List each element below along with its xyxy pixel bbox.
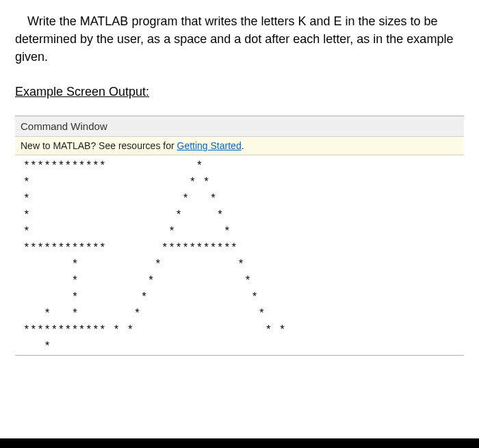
banner-suffix: . (242, 140, 244, 151)
ascii-art-output: ************ * * * * * * * * * * * * * *… (15, 155, 464, 355)
problem-instruction: Write the MATLAB program that writes the… (15, 12, 464, 66)
command-window-panel: Command Window New to MATLAB? See resour… (15, 116, 464, 356)
bottom-black-bar (0, 438, 479, 448)
banner-prefix: New to MATLAB? See resources for (21, 140, 177, 151)
matlab-getting-started-banner: New to MATLAB? See resources for Getting… (15, 137, 464, 155)
getting-started-link[interactable]: Getting Started (177, 140, 242, 151)
example-output-heading: Example Screen Output: (15, 85, 464, 99)
command-window-title: Command Window (15, 116, 464, 137)
